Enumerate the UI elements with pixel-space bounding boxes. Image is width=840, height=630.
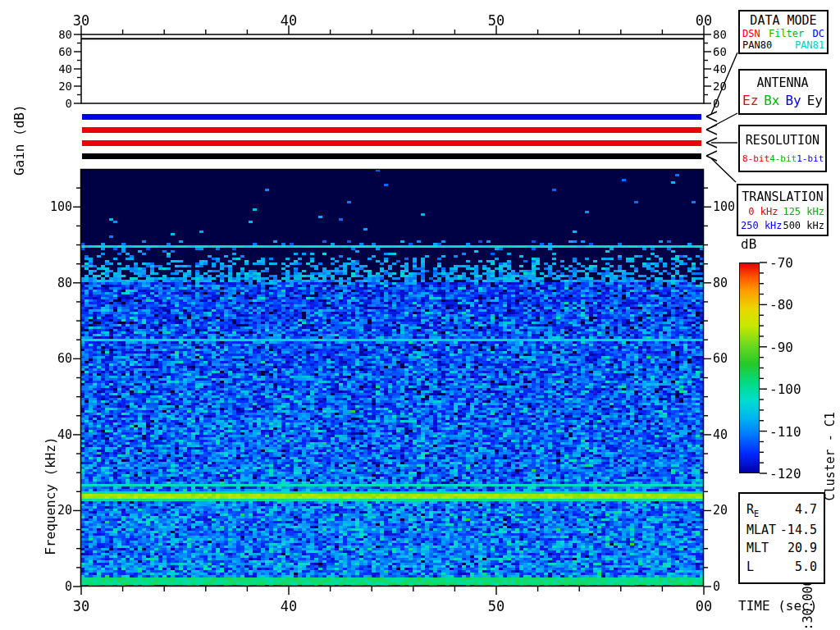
translation-125khz: 125 kHz [783,206,824,217]
translation-250khz: 250 kHz [741,220,783,231]
time-bottom-tick-label: 00 [696,598,712,614]
freq-ytick-label-right: 20 [713,503,728,518]
colorbar-tick-label: -90 [769,339,793,354]
time-top-tick-label: 50 [488,12,504,29]
gain-ytick-label: 40 [58,62,72,75]
gain-ytick-label-right: 80 [713,28,727,41]
resolution-row: 8-bit 4-bit 1-bit [742,153,823,164]
freq-ytick-label-right: 40 [713,427,728,442]
freq-ytick-label-right: 60 [713,351,728,366]
colorbar [739,262,760,473]
translation-row-2: 250 kHz 500 kHz [741,220,824,231]
antenna-box: ANTENNA Ez Bx By Ey [738,69,827,115]
wbd-plot-window: Gain (dB) Frequency (kHz) DATA MODE DSN … [0,0,840,630]
time-bottom-tick-label: 40 [281,598,297,614]
translation-0khz: 0 kHz [748,206,778,217]
spectrogram-heatmap[interactable] [80,169,704,587]
freq-ytick-label: 20 [57,503,72,518]
l-label: L [746,559,754,574]
resolution-box: RESOLUTION 8-bit 4-bit 1-bit [738,125,827,172]
colorbar-tick-label: -100 [769,381,801,397]
frequency-axis-title: Frequency (kHz) [43,436,58,555]
gain-ytick-label-right: 60 [713,45,727,58]
time-bottom-tick-label: 30 [73,598,89,614]
translation-500khz: 500 kHz [783,220,824,231]
mlat-value: -14.5 [780,523,817,537]
time-top-tick-label: 00 [696,12,712,29]
re-value: 4.7 [795,502,817,518]
l-value: 5.0 [795,559,817,574]
gain-ytick-label: 80 [58,28,72,41]
gain-ytick-label-right: 0 [713,97,719,110]
freq-ytick-label: 0 [65,579,72,594]
colorbar-tick-label: -110 [769,423,801,439]
re-row: RE 4.7 [746,502,817,518]
colorbar-tick-label: -80 [769,297,793,313]
translation-row-1: 0 kHz 125 kHz [741,206,824,217]
freq-ytick-label-right: 80 [713,276,728,290]
data-mode-pan80: PAN80 [742,39,772,51]
freq-ytick-label: 80 [57,276,72,290]
resolution-bar [82,140,701,146]
data-mode-box: DATA MODE DSN Filter DC PAN80 PAN81 [738,10,829,54]
spacecraft-label: Cluster - C1 [823,412,838,500]
translation-box: TRANSLATION 0 kHz 125 kHz 250 kHz 500 kH… [737,184,829,236]
time-bottom-tick-label: 50 [488,598,504,614]
mlt-row: MLT 20.9 [746,541,817,555]
gain-ytick-label: 0 [66,97,72,110]
data-mode-title: DATA MODE [750,13,816,28]
mlt-label: MLT [746,541,769,555]
translation-title: TRANSLATION [742,189,823,204]
resolution-4bit: 4-bit [769,153,797,164]
colorbar-tick-label: -120 [769,466,801,482]
antenna-row: Ez Bx By Ey [742,93,823,108]
colorbar-tick-label: -70 [769,255,793,271]
freq-ytick-label: 100 [50,199,72,214]
re-label: RE [746,502,759,518]
antenna-ez: Ez [742,93,758,108]
gain-ytick-label: 20 [58,80,72,93]
antenna-bx: Bx [764,93,779,108]
data-mode-dsn: DSN [742,28,760,39]
l-row: L 5.0 [746,559,817,574]
gain-axis-title: Gain (dB) [11,104,27,176]
orbit-info-box: RE 4.7 MLAT -14.5 MLT 20.9 L 5.0 [738,492,825,584]
mlat-label: MLAT [746,523,776,537]
data-mode-bar [82,114,701,120]
data-mode-row-1: DSN Filter DC [742,28,824,39]
antenna-title: ANTENNA [756,75,808,90]
gain-ytick-label: 60 [58,45,72,58]
freq-ytick-label: 60 [57,351,72,366]
data-mode-pan81: PAN81 [795,39,824,51]
time-axis-title: TIME (sec) [738,598,817,614]
gain-ytick-label-right: 40 [713,62,727,75]
antenna-ey: Ey [807,93,823,108]
translation-bar [82,153,701,159]
freq-ytick-label: 40 [57,427,72,442]
colorbar-title: dB [741,236,756,252]
data-mode-dc: DC [813,28,824,39]
gain-ytick-label-right: 20 [713,80,727,93]
resolution-1bit: 1-bit [797,153,824,164]
resolution-8bit: 8-bit [742,153,769,164]
antenna-bar [82,127,701,133]
data-mode-row-2: PAN80 PAN81 [742,39,824,51]
time-top-tick-label: 30 [73,12,89,29]
time-top-tick-label: 40 [281,12,297,29]
freq-ytick-label-right: 0 [713,579,720,594]
freq-ytick-label-right: 100 [713,199,735,214]
resolution-title: RESOLUTION [746,133,819,148]
antenna-by: By [785,93,801,108]
mlat-row: MLAT -14.5 [746,523,817,537]
mlt-value: 20.9 [788,541,817,555]
data-mode-filter: Filter [769,28,804,39]
